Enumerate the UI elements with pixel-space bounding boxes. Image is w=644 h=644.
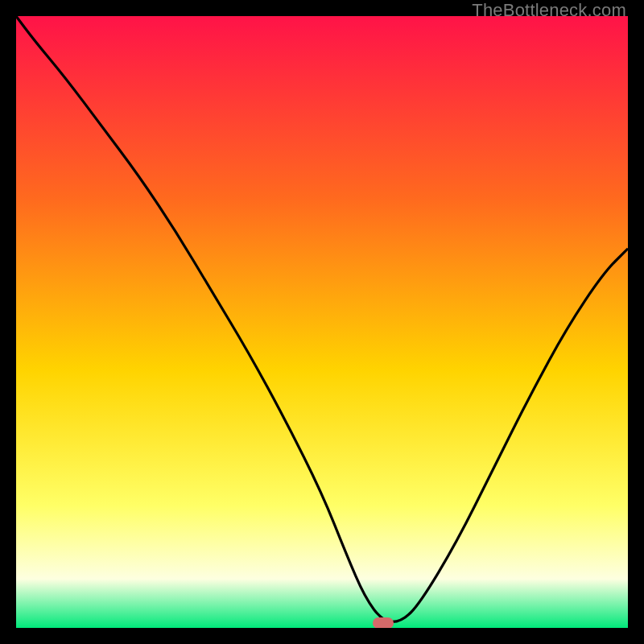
chart-frame: TheBottleneck.com [0,0,644,644]
plot-area [16,16,628,628]
watermark-label: TheBottleneck.com [472,0,626,21]
bottleneck-curve [16,16,628,628]
optimal-marker [373,617,394,628]
